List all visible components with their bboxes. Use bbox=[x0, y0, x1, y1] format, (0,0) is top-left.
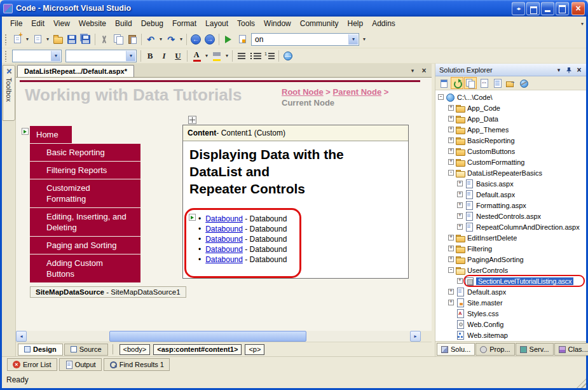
tree-item[interactable]: DataListRepeaterBasics bbox=[435, 167, 586, 178]
undo-dropdown-icon[interactable]: ▾ bbox=[158, 36, 164, 42]
close-icon[interactable]: × bbox=[571, 2, 585, 15]
combo-dropdown-icon[interactable]: ▾ bbox=[51, 51, 60, 61]
databound-link[interactable]: Databound bbox=[205, 225, 243, 233]
tab-error-list[interactable]: Error List bbox=[7, 358, 57, 371]
scrollbar-thumb[interactable] bbox=[109, 331, 306, 342]
tree-item[interactable]: Web.sitemap bbox=[435, 330, 586, 340]
design-view-tab[interactable]: Design bbox=[18, 344, 63, 356]
move-handle-icon[interactable] bbox=[188, 116, 196, 124]
tab-server-explorer[interactable]: Serv... bbox=[516, 343, 554, 356]
menu-debug[interactable]: Debug bbox=[137, 18, 168, 29]
bold-icon[interactable]: B bbox=[143, 49, 157, 63]
underline-icon[interactable]: U bbox=[171, 49, 185, 63]
copy-icon[interactable] bbox=[111, 32, 125, 46]
nav-item-customized-formatting[interactable]: Customized Formatting bbox=[30, 179, 140, 207]
tree-item[interactable]: App_Data bbox=[435, 113, 586, 124]
titlebar[interactable]: Code - Microsoft Visual Studio ◂▸ × bbox=[0, 0, 588, 17]
navigate-forward-icon[interactable]: → bbox=[203, 32, 217, 46]
tree-item[interactable]: CustomFormatting bbox=[435, 157, 586, 167]
css-class-combo[interactable]: ▾ bbox=[65, 50, 137, 62]
smart-tag-icon[interactable] bbox=[189, 214, 196, 221]
tree-item[interactable]: Default.aspx bbox=[435, 286, 586, 297]
menu-addins[interactable]: Addins bbox=[367, 18, 400, 29]
expander-icon[interactable] bbox=[457, 181, 463, 186]
window-menu-icon[interactable]: ▾ bbox=[554, 65, 564, 74]
menu-community[interactable]: Community bbox=[296, 18, 343, 29]
nav-item-paging-sorting[interactable]: Paging and Sorting bbox=[30, 237, 140, 254]
tree-item[interactable]: Basics.aspx bbox=[435, 178, 586, 189]
toolbar-grip[interactable] bbox=[4, 34, 8, 45]
close-document-icon[interactable]: × bbox=[419, 66, 429, 75]
tree-item[interactable]: UserControls bbox=[435, 265, 586, 275]
tree-item[interactable]: BasicReporting bbox=[435, 135, 586, 146]
tree-item[interactable]: PagingAndSorting bbox=[435, 254, 586, 265]
view-script-icon[interactable] bbox=[235, 32, 249, 46]
combobox-dropdown-icon[interactable]: ▾ bbox=[348, 34, 358, 45]
align-icon[interactable] bbox=[235, 49, 249, 63]
toolbar-grip[interactable] bbox=[4, 50, 8, 62]
resize-grip[interactable] bbox=[577, 379, 586, 388]
font-color-icon[interactable]: A bbox=[189, 49, 203, 63]
expander-icon[interactable] bbox=[457, 224, 463, 230]
undo-icon[interactable]: ↶ bbox=[144, 32, 158, 46]
menu-layout[interactable]: Layout bbox=[201, 18, 233, 29]
highlight-dropdown-icon[interactable]: ▾ bbox=[224, 53, 230, 59]
expander-icon[interactable] bbox=[457, 278, 463, 284]
breadcrumb-parent-link[interactable]: Parent Node bbox=[333, 87, 382, 97]
refresh-icon[interactable] bbox=[451, 77, 463, 89]
cut-icon[interactable] bbox=[97, 32, 111, 46]
menu-window[interactable]: Window bbox=[259, 18, 296, 29]
tree-item[interactable]: App_Themes bbox=[435, 124, 586, 135]
menu-build[interactable]: Build bbox=[111, 18, 137, 29]
smart-tag-icon[interactable] bbox=[22, 128, 29, 135]
design-surface[interactable]: Working with Data Tutorials Root Node > … bbox=[16, 78, 432, 331]
menu-file[interactable]: File bbox=[6, 18, 27, 29]
expander-icon[interactable] bbox=[448, 137, 454, 143]
save-icon[interactable] bbox=[65, 32, 79, 46]
expander-icon[interactable] bbox=[448, 235, 454, 240]
save-all-icon[interactable] bbox=[79, 32, 93, 46]
tab-properties[interactable]: Prop... bbox=[475, 343, 514, 356]
start-debugging-icon[interactable] bbox=[221, 32, 235, 46]
menu-website[interactable]: Website bbox=[74, 18, 111, 29]
menubar-overflow-icon[interactable]: ▾ bbox=[581, 21, 584, 27]
solution-explorer-header[interactable]: Solution Explorer ▾ × bbox=[435, 64, 586, 76]
paste-icon[interactable] bbox=[125, 32, 139, 46]
nav-item-filtering-reports[interactable]: Filtering Reports bbox=[30, 162, 140, 179]
expander-icon[interactable] bbox=[448, 127, 454, 132]
menu-edit[interactable]: Edit bbox=[27, 18, 49, 29]
tree-item[interactable]: Default.aspx bbox=[435, 189, 586, 200]
menu-view[interactable]: View bbox=[49, 18, 74, 29]
toolbox-tab[interactable]: Toolbox bbox=[3, 65, 15, 121]
new-file-icon[interactable] bbox=[10, 32, 24, 46]
pin-icon[interactable] bbox=[564, 65, 574, 74]
toolbar-options-icon[interactable]: ▾ bbox=[361, 36, 367, 42]
new-file-dropdown-icon[interactable]: ▾ bbox=[24, 36, 31, 42]
document-tab[interactable]: DataListRepeat.../Default.aspx* bbox=[17, 65, 134, 77]
tab-list-dropdown-icon[interactable]: ▾ bbox=[407, 66, 418, 75]
add-new-item-icon[interactable] bbox=[31, 32, 44, 46]
nav-item-adding-custom-buttons[interactable]: Adding Custom Buttons bbox=[30, 254, 140, 282]
tree-item[interactable]: RepeatColumnAndDirection.aspx bbox=[435, 221, 586, 232]
menu-help[interactable]: Help bbox=[343, 18, 367, 29]
databound-link[interactable]: Databound bbox=[205, 235, 243, 244]
menu-format[interactable]: Format bbox=[168, 18, 201, 29]
databound-link[interactable]: Databound bbox=[205, 245, 243, 254]
expander-icon[interactable] bbox=[448, 116, 454, 122]
italic-icon[interactable]: I bbox=[157, 49, 171, 63]
expander-icon[interactable] bbox=[448, 300, 454, 305]
view-code-icon[interactable] bbox=[477, 77, 490, 89]
expander-icon[interactable] bbox=[448, 267, 454, 273]
tree-item[interactable]: App_Code bbox=[435, 102, 586, 113]
copy-website-icon[interactable] bbox=[504, 77, 517, 89]
combo-dropdown-icon[interactable]: ▾ bbox=[126, 51, 135, 61]
tree-item[interactable]: NestedControls.aspx bbox=[435, 211, 586, 221]
tree-item[interactable]: Formatting.aspx bbox=[435, 200, 586, 211]
expander-icon[interactable] bbox=[457, 213, 463, 219]
target-rule-combo[interactable]: ▾ bbox=[12, 50, 62, 62]
horizontal-scrollbar[interactable]: ◂ ▸ bbox=[16, 331, 432, 342]
hyperlink-icon[interactable] bbox=[281, 49, 295, 63]
tree-item[interactable]: Styles.css bbox=[435, 308, 586, 319]
breadcrumb-root-link[interactable]: Root Node bbox=[282, 87, 324, 97]
expander-icon[interactable] bbox=[457, 202, 463, 208]
